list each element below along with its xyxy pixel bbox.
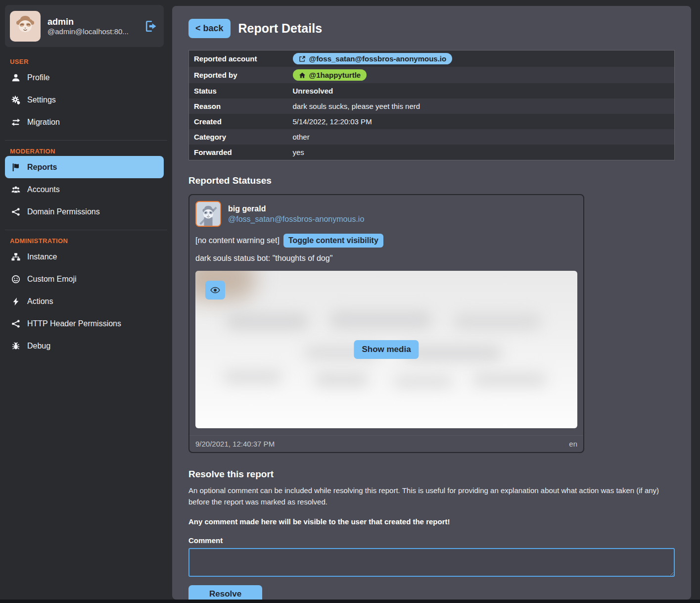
sidebar-item-label: Instance <box>27 252 57 261</box>
sidebar-section-label: USER <box>5 54 167 66</box>
status-language: en <box>569 440 577 448</box>
reported-by-handle: @1happyturtle <box>309 71 361 79</box>
home-icon <box>299 72 306 79</box>
report-details-panel: < back Report Details Reported account @… <box>172 6 691 600</box>
row-label: Status <box>189 83 288 99</box>
transfer-icon <box>11 118 21 127</box>
table-row: Forwarded yes <box>189 145 675 160</box>
sign-out-icon[interactable] <box>145 20 157 32</box>
sidebar-item-label: HTTP Header Permissions <box>27 319 121 328</box>
resolve-button[interactable]: Resolve <box>188 585 262 600</box>
bolt-icon <box>11 297 21 306</box>
sidebar-item-http-header-permissions[interactable]: HTTP Header Permissions <box>5 312 164 335</box>
comment-label: Comment <box>188 536 675 545</box>
page-footer <box>0 600 700 603</box>
status-content: dark souls status bot: "thoughts of dog" <box>195 254 577 263</box>
content-warning-text: [no content warning set] <box>195 236 280 245</box>
status-author: big gerald @foss_satan@fossbros-anonymou… <box>228 204 364 224</box>
sidebar-item-label: Custom Emoji <box>27 275 77 284</box>
sidebar-item-label: Profile <box>27 73 49 82</box>
eye-icon <box>210 285 220 295</box>
reported-account-handle: @foss_satan@fossbros-anonymous.io <box>309 54 447 63</box>
content-warning-row: [no content warning set] Toggle content … <box>195 234 577 248</box>
users-icon <box>11 185 21 194</box>
sidebar-item-profile[interactable]: Profile <box>5 66 164 89</box>
back-button[interactable]: < back <box>188 19 231 38</box>
toggle-content-visibility-button[interactable]: Toggle content visibility <box>283 234 383 248</box>
report-forwarded-value: yes <box>288 145 675 160</box>
external-link-icon <box>299 55 306 62</box>
blurred-blob <box>393 375 453 388</box>
panel-header: < back Report Details <box>188 19 675 38</box>
status-header[interactable]: big gerald @foss_satan@fossbros-anonymou… <box>195 201 577 227</box>
sidebar-item-actions[interactable]: Actions <box>5 290 164 312</box>
resolve-warning: Any comment made here will be visible to… <box>188 516 675 527</box>
sidebar: admin @admin@localhost:80... USERProfile… <box>0 0 172 600</box>
bug-icon <box>11 342 21 351</box>
sidebar-item-label: Debug <box>27 342 50 351</box>
status-footer: 9/20/2021, 12:40:37 PM en <box>189 435 583 452</box>
sidebar-item-domain-permissions[interactable]: Domain Permissions <box>5 201 164 223</box>
sidebar-item-instance[interactable]: Instance <box>5 246 164 268</box>
comment-input[interactable] <box>188 548 675 577</box>
blurred-blob <box>223 370 282 384</box>
status-handle-link[interactable]: @foss_satan@fossbros-anonymous.io <box>228 215 364 224</box>
sidebar-section-label: ADMINISTRATION <box>5 233 167 246</box>
report-reason-value: dark souls sucks, please yeet this nerd <box>288 99 675 114</box>
sidebar-section-label: MODERATION <box>5 144 167 156</box>
sidebar-nav: USERProfileSettingsMigrationMODERATIONRe… <box>5 51 167 357</box>
row-label: Forwarded <box>189 145 288 160</box>
reported-status-card: big gerald @foss_satan@fossbros-anonymou… <box>188 194 584 453</box>
resolve-section: Resolve this report An optional comment … <box>188 469 675 600</box>
blurred-blob <box>453 313 542 330</box>
avatar <box>10 11 41 42</box>
avatar <box>195 201 221 227</box>
table-row: Reason dark souls sucks, please yeet thi… <box>189 99 675 114</box>
blurred-blob <box>472 372 547 386</box>
table-row: Status Unresolved <box>189 83 675 99</box>
blurred-blob <box>329 310 433 329</box>
table-row: Reported account @foss_satan@fossbros-an… <box>189 50 675 67</box>
status-display-name: big gerald <box>228 204 364 213</box>
user-meta: admin @admin@localhost:80... <box>47 17 138 36</box>
blurred-blob <box>195 271 256 301</box>
row-label: Reported account <box>189 50 288 67</box>
smiley-icon <box>11 275 21 284</box>
sidebar-item-custom-emoji[interactable]: Custom Emoji <box>5 268 164 290</box>
status-media-blurred[interactable]: Show media <box>195 271 577 428</box>
reported-by-badge[interactable]: @1happyturtle <box>293 69 367 81</box>
sidebar-item-label: Migration <box>27 118 60 127</box>
sidebar-item-label: Reports <box>27 163 57 172</box>
user-handle: @admin@localhost:80... <box>47 27 138 36</box>
row-label: Created <box>189 114 288 129</box>
sidebar-item-accounts[interactable]: Accounts <box>5 178 164 201</box>
status-timestamp: 9/20/2021, 12:40:37 PM <box>195 440 275 448</box>
sidebar-item-reports[interactable]: Reports <box>5 156 164 178</box>
table-row: Category other <box>189 129 675 145</box>
report-created-value: 5/14/2022, 12:20:03 PM <box>288 114 675 129</box>
page-title: Report Details <box>238 21 322 36</box>
sidebar-item-label: Domain Permissions <box>27 207 100 216</box>
gears-icon <box>11 96 21 104</box>
show-media-button[interactable]: Show media <box>354 340 419 359</box>
table-row: Created 5/14/2022, 12:20:03 PM <box>189 114 675 129</box>
sidebar-item-migration[interactable]: Migration <box>5 111 164 133</box>
app-layout: admin @admin@localhost:80... USERProfile… <box>0 0 700 600</box>
report-category-value: other <box>288 129 675 145</box>
user-name: admin <box>47 17 138 27</box>
reported-account-badge[interactable]: @foss_satan@fossbros-anonymous.io <box>293 53 453 64</box>
sidebar-item-label: Settings <box>27 96 56 104</box>
resolve-description: An optional comment can be included whil… <box>188 485 675 508</box>
sidebar-item-settings[interactable]: Settings <box>5 89 164 111</box>
reported-statuses-heading: Reported Statuses <box>188 175 675 186</box>
row-label: Category <box>189 129 288 145</box>
report-details-table: Reported account @foss_satan@fossbros-an… <box>188 50 675 160</box>
table-row: Reported by @1happyturtle <box>189 67 675 83</box>
sitemap-icon <box>11 252 21 261</box>
row-label: Reason <box>189 99 288 114</box>
blurred-blob <box>314 372 369 386</box>
user-card[interactable]: admin @admin@localhost:80... <box>5 5 164 47</box>
eye-toggle-button[interactable] <box>205 281 225 300</box>
report-status-value: Unresolved <box>288 83 675 99</box>
sidebar-item-debug[interactable]: Debug <box>5 335 164 357</box>
